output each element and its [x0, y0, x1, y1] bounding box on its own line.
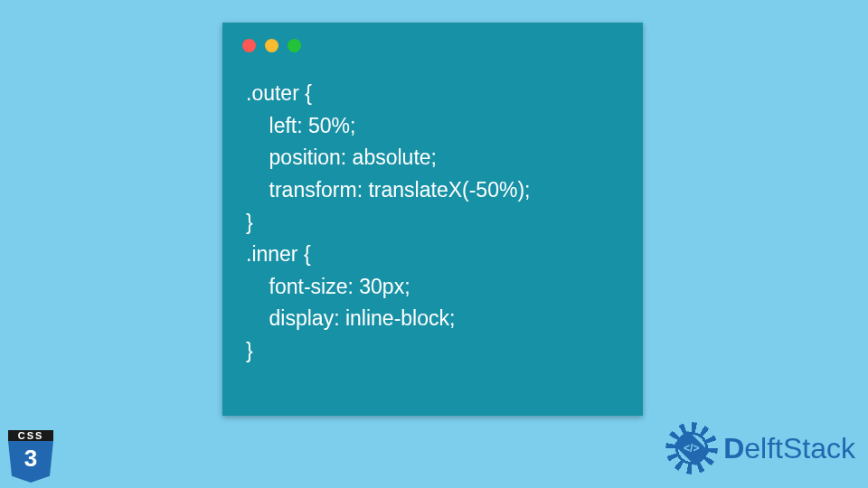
css3-logo-icon: CSS	[8, 430, 53, 484]
maximize-dot-icon	[288, 39, 301, 52]
code-line: .inner {	[246, 242, 311, 266]
brand-bold: D	[723, 432, 744, 465]
css3-logo-label: CSS	[8, 430, 53, 441]
delftstack-brand: </> DelftStack	[665, 422, 855, 474]
code-line: }	[246, 339, 253, 362]
code-window: .outer { left: 50%; position: absolute; …	[222, 23, 643, 416]
code-line: position: absolute;	[246, 145, 437, 169]
close-dot-icon	[242, 39, 256, 52]
gear-glyph: </>	[684, 442, 699, 455]
minimize-dot-icon	[265, 39, 278, 52]
code-block: .outer { left: 50%; position: absolute; …	[222, 52, 643, 368]
code-line: left: 50%;	[246, 114, 355, 137]
delftstack-gear-icon: </>	[665, 422, 718, 474]
code-line: font-size: 30px;	[246, 275, 410, 298]
traffic-light-icons	[222, 23, 643, 52]
code-line: display: inline-block;	[246, 306, 455, 330]
delftstack-wordmark: DelftStack	[723, 432, 855, 465]
code-line: .outer {	[246, 81, 312, 105]
css3-shield-icon	[8, 441, 53, 483]
code-line: transform: translateX(-50%);	[246, 178, 530, 202]
brand-rest: elftStack	[744, 432, 855, 465]
code-line: }	[246, 211, 253, 234]
page: .outer { left: 50%; position: absolute; …	[0, 0, 868, 488]
